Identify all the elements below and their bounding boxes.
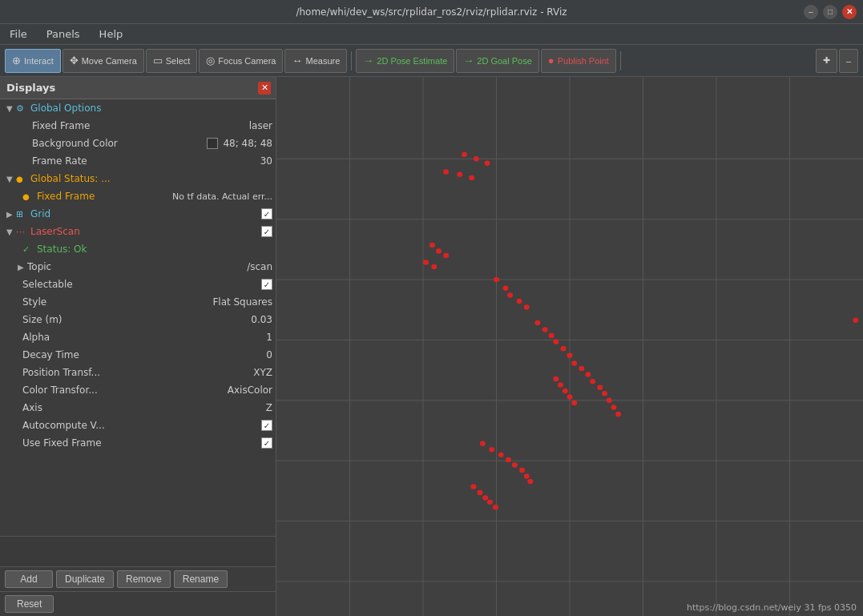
- tool-measure[interactable]: ↔ Measure: [284, 49, 347, 73]
- tree-row-fixed-frame-warn[interactable]: ● Fixed Frame No tf data. Actual err...: [0, 187, 276, 205]
- tool-move-camera-label: Move Camera: [82, 56, 137, 66]
- tree-row-autocompute[interactable]: Autocompute V... ✓: [0, 417, 276, 434]
- titlebar-title: /home/whi/dev_ws/src/rplidar_ros2/rviz/r…: [296, 6, 567, 18]
- tree-row-grid[interactable]: ▶ ⊞ Grid ✓: [0, 205, 276, 223]
- tool-2d-goal[interactable]: → 2D Goal Pose: [456, 49, 538, 73]
- svg-point-42: [597, 384, 603, 389]
- tool-interact[interactable]: ⊕ Interact: [5, 49, 61, 73]
- tree-row-topic[interactable]: ▶ Topic /scan: [0, 258, 276, 276]
- tool-move-camera[interactable]: ✥ Move Camera: [63, 49, 144, 73]
- grid-arrow: ▶: [6, 210, 16, 219]
- use-fixed-frame-checkbox[interactable]: ✓: [261, 437, 272, 449]
- svg-point-48: [558, 382, 563, 387]
- grid-label: Grid: [30, 208, 261, 219]
- style-value: Flat Squares: [212, 296, 272, 308]
- global-options-icon: ⚙: [16, 103, 29, 114]
- menubar: File Panels Help: [0, 24, 863, 45]
- tree-row-size[interactable]: Size (m) 0.03: [0, 311, 276, 328]
- tree-row-use-fixed-frame[interactable]: Use Fixed Frame ✓: [0, 434, 276, 452]
- minimize-button[interactable]: –: [804, 5, 818, 19]
- svg-point-18: [485, 160, 490, 165]
- toolbar-separator-2: [620, 51, 621, 70]
- svg-point-51: [571, 401, 577, 405]
- select-icon: ▭: [153, 54, 163, 66]
- selectable-label: Selectable: [22, 279, 258, 290]
- bg-color-value: 48; 48; 48: [223, 138, 272, 149]
- grid-checkbox[interactable]: ✓: [261, 208, 272, 219]
- tool-publish-point[interactable]: ● Publish Point: [541, 49, 616, 73]
- displays-header: Displays ✕: [0, 77, 276, 99]
- decay-time-label: Decay Time: [22, 349, 263, 360]
- tree-row-alpha[interactable]: Alpha 1: [0, 328, 276, 346]
- close-button[interactable]: ✕: [842, 5, 857, 19]
- svg-point-17: [474, 156, 479, 161]
- decay-time-value: 0: [266, 349, 272, 360]
- tool-2d-pose[interactable]: → 2D Pose Estimate: [356, 49, 454, 73]
- tree-row-selectable[interactable]: Selectable ✓: [0, 276, 276, 293]
- status-ok-label: Status: Ok: [37, 244, 272, 255]
- fixed-frame-warn-icon: ●: [22, 192, 35, 201]
- viewport-fps: 31 fps: [804, 602, 831, 613]
- tool-focus-camera[interactable]: ◎ Focus Camera: [199, 49, 283, 73]
- svg-point-65: [853, 317, 858, 322]
- alpha-value: 1: [266, 332, 272, 343]
- add-button[interactable]: Add: [5, 570, 53, 588]
- tree-row-fixed-frame[interactable]: Fixed Frame laser: [0, 117, 276, 135]
- duplicate-button[interactable]: Duplicate: [56, 570, 114, 588]
- tree-row-bg-color[interactable]: Background Color 48; 48; 48: [0, 135, 276, 152]
- tree-row-status-ok[interactable]: ✓ Status: Ok: [0, 240, 276, 258]
- autocompute-checkbox[interactable]: ✓: [261, 420, 272, 431]
- svg-point-60: [470, 484, 476, 489]
- svg-point-55: [506, 457, 511, 462]
- displays-close-button[interactable]: ✕: [258, 82, 271, 95]
- tree-row-position-transf[interactable]: Position Transf... XYZ: [0, 364, 276, 381]
- svg-point-34: [549, 333, 554, 338]
- tool-add-display[interactable]: ✚: [816, 49, 837, 73]
- viewport[interactable]: https://blog.csdn.net/weiy 31 fps 0350: [276, 77, 863, 616]
- svg-point-50: [567, 394, 573, 399]
- svg-point-63: [487, 500, 493, 505]
- tree-row-style[interactable]: Style Flat Squares: [0, 293, 276, 311]
- collapse-icon: –: [846, 56, 851, 66]
- svg-point-38: [571, 360, 577, 365]
- svg-point-36: [561, 346, 567, 351]
- menu-file[interactable]: File: [6, 26, 30, 42]
- tool-2d-pose-label: 2D Pose Estimate: [377, 56, 447, 66]
- remove-button[interactable]: Remove: [117, 570, 171, 588]
- tree-row-laserscan[interactable]: ▼ ⋯ LaserScan ✓: [0, 223, 276, 240]
- svg-point-49: [563, 389, 568, 393]
- titlebar: /home/whi/dev_ws/src/rplidar_ros2/rviz/r…: [0, 0, 863, 24]
- tree-row-global-options[interactable]: ▼ ⚙ Global Options: [0, 99, 276, 117]
- menu-panels[interactable]: Panels: [43, 26, 83, 42]
- svg-point-28: [503, 286, 509, 291]
- tree-row-axis[interactable]: Axis Z: [0, 399, 276, 417]
- laserscan-checkbox[interactable]: ✓: [261, 226, 272, 237]
- menu-help[interactable]: Help: [96, 26, 127, 42]
- svg-point-32: [535, 320, 541, 325]
- svg-point-33: [542, 327, 548, 332]
- svg-point-44: [607, 398, 612, 403]
- autocompute-label: Autocompute V...: [22, 420, 258, 431]
- svg-point-56: [512, 462, 518, 467]
- position-transf-label: Position Transf...: [22, 367, 250, 378]
- tree-panel[interactable]: ▼ ⚙ Global Options Fixed Frame laser Bac…: [0, 99, 276, 536]
- color-transf-value: AxisColor: [228, 384, 272, 396]
- svg-point-54: [498, 452, 504, 457]
- position-transf-value: XYZ: [253, 367, 272, 378]
- svg-point-23: [436, 248, 442, 253]
- svg-point-47: [553, 376, 559, 381]
- tool-select[interactable]: ▭ Select: [146, 49, 198, 73]
- reset-button[interactable]: Reset: [5, 595, 54, 613]
- tool-collapse[interactable]: –: [839, 49, 858, 73]
- tree-row-frame-rate[interactable]: Frame Rate 30: [0, 152, 276, 170]
- bg-color-label: Background Color: [32, 138, 207, 149]
- rename-button[interactable]: Rename: [174, 570, 228, 588]
- tree-row-color-transf[interactable]: Color Transfor... AxisColor: [0, 381, 276, 399]
- selectable-checkbox[interactable]: ✓: [261, 279, 272, 290]
- tree-row-global-status[interactable]: ▼ ● Global Status: ...: [0, 170, 276, 187]
- tree-row-decay-time[interactable]: Decay Time 0: [0, 346, 276, 364]
- svg-point-31: [524, 304, 530, 309]
- alpha-label: Alpha: [22, 332, 263, 343]
- toolbar: ⊕ Interact ✥ Move Camera ▭ Select ◎ Focu…: [0, 45, 863, 77]
- maximize-button[interactable]: □: [823, 5, 837, 19]
